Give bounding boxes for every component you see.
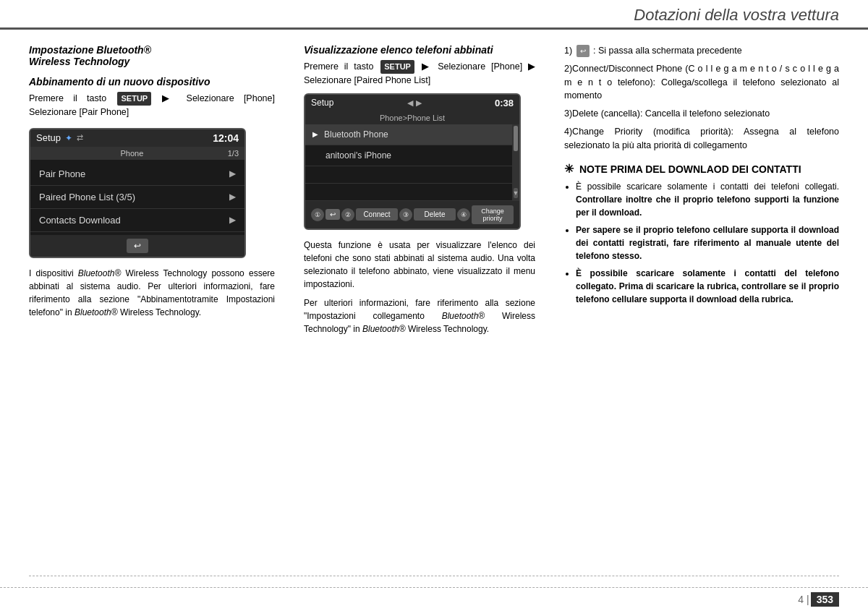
page-num-box: 353	[811, 592, 839, 607]
header-title: Dotazioni della vostra vettura	[634, 6, 839, 25]
mid-setup-badge: SETUP	[380, 60, 414, 74]
scroll-down-btn[interactable]: ▼	[514, 188, 518, 198]
numbered-item-1: 1) ↩ : Si passa alla schermata precedent…	[564, 44, 839, 58]
bullet-item-3: È possibile scaricare solamente i contat…	[576, 267, 839, 306]
mid-main-heading: Visualizzazione elenco telefoni abbinati	[304, 44, 535, 56]
play-icon: ▶	[312, 130, 318, 138]
btn-4-circle: ④	[457, 208, 470, 221]
screen-body: Pair Phone ▶ Paired Phone List (3/5) ▶ C…	[30, 160, 244, 235]
phone-list-wrap: ▶ Bluetooth Phone anitooni's iPhone ▼	[305, 124, 519, 201]
delete-btn[interactable]: Delete	[414, 208, 456, 221]
menu-item-pair-phone[interactable]: Pair Phone ▶	[30, 163, 244, 186]
screen-header: Setup ✦ ⇄ 12:04	[30, 129, 244, 147]
mid-screen-subheader: Phone>Phone List	[305, 111, 519, 124]
sub-heading: Abbinamento di un nuovo dispositivo	[29, 76, 275, 87]
arrow-icon: ▶	[229, 168, 236, 179]
back-key-icon: ↩	[576, 45, 590, 57]
back-button[interactable]: ↩	[127, 239, 148, 253]
btn-1-circle: ①	[311, 208, 324, 221]
mid-screen-time: 0:38	[495, 98, 514, 108]
screen-footer: ↩	[30, 235, 244, 257]
phone-list-empty-2	[305, 184, 512, 201]
mid-body-text-1: Questa funzione è usata per visualizzare…	[304, 239, 535, 291]
screen-subheader: Phone 1/3	[30, 147, 244, 160]
bluetooth-icon: ✦	[65, 133, 72, 143]
phone-list-item-iphone[interactable]: anitooni's iPhone	[305, 145, 512, 166]
numbered-item-4: 4)Change Priority (modifica priorità): A…	[564, 125, 839, 153]
note-section: ✳ NOTE PRIMA DEL DOWNLAOD DEI CONTATTI È…	[564, 162, 839, 306]
mid-column: Visualizzazione elenco telefoni abbinati…	[289, 44, 550, 568]
page-footer: 4 | 353	[0, 587, 868, 611]
footer-divider	[29, 576, 839, 576]
mid-screen-header: Setup ◀ ▶ 0:38	[305, 95, 519, 111]
note-heading: ✳ NOTE PRIMA DEL DOWNLAOD DEI CONTATTI	[564, 162, 839, 176]
info-text: I dispositivi Bluetooth® Wireless Techno…	[29, 267, 275, 319]
numbered-item-2: 2)Connect/Disconnect Phone (C o l l e g …	[564, 62, 839, 103]
phone-list-items: ▶ Bluetooth Phone anitooni's iPhone	[305, 124, 512, 201]
mid-body-text-2: Per ulteriori informazioni, fare riferim…	[304, 296, 535, 336]
right-arrow-icon: ▶	[416, 98, 422, 108]
page-header: Dotazioni della vostra vettura	[0, 0, 868, 30]
star-icon: ✳	[564, 163, 574, 175]
menu-item-paired-list[interactable]: Paired Phone List (3/5) ▶	[30, 186, 244, 209]
scrollbar: ▼	[512, 124, 519, 201]
arrow-icon-3: ▶	[229, 215, 236, 225]
chapter-number: 4	[798, 594, 804, 605]
setup-badge: SETUP	[117, 92, 151, 106]
mid-screen-mockup: Setup ◀ ▶ 0:38 Phone>Phone List ▶ Blueto…	[304, 93, 521, 230]
arrow-icon-2: ▶	[229, 192, 236, 202]
transfer-icon: ⇄	[77, 133, 83, 142]
phone-list-item-bt[interactable]: ▶ Bluetooth Phone	[305, 124, 512, 145]
main-heading: Impostazione Bluetooth® Wireless Technol…	[29, 44, 275, 67]
scrollbar-thumb	[514, 126, 518, 152]
screen-bottom-btns: ① ↩ ② Connect ③ Delete ④ Change priority	[305, 201, 519, 228]
left-column: Impostazione Bluetooth® Wireless Technol…	[29, 44, 289, 568]
screen-title: Setup	[36, 132, 61, 143]
bullet-list: È possibile scaricare solamente i contat…	[564, 180, 839, 306]
screen-time: 12:04	[213, 132, 239, 144]
page-number: 4 | 353	[798, 592, 839, 607]
connect-btn[interactable]: Connect	[356, 208, 398, 221]
numbered-list: 1) ↩ : Si passa alla schermata precedent…	[564, 44, 839, 152]
bullet-item-2: Per sapere se il proprio telefono cellul…	[576, 223, 839, 262]
numbered-item-3: 3)Delete (cancella): Cancella il telefon…	[564, 107, 839, 121]
main-content: Impostazione Bluetooth® Wireless Technol…	[0, 30, 868, 576]
left-arrow-icon: ◀	[407, 98, 413, 108]
phone-list-empty-1	[305, 166, 512, 184]
right-column: 1) ↩ : Si passa alla schermata precedent…	[550, 44, 839, 568]
mid-screen-title: Setup	[311, 98, 333, 108]
change-priority-btn[interactable]: Change priority	[472, 205, 514, 224]
btn-2-circle: ②	[341, 208, 354, 221]
bullet-item-1: È possibile scaricare solamente i contat…	[576, 180, 839, 219]
instruction-pair-phone: Premere il tasto SETUP ▶ Selezionare [Ph…	[29, 92, 275, 119]
menu-item-contacts[interactable]: Contacts Download ▶	[30, 209, 244, 232]
btn-3-circle: ③	[399, 208, 412, 221]
back-icon-btn[interactable]: ↩	[326, 209, 340, 220]
mid-instruction: Premere il tasto SETUP ▶ Selezionare [Ph…	[304, 60, 535, 87]
left-screen-mockup: Setup ✦ ⇄ 12:04 Phone 1/3 Pair Phone ▶ P…	[29, 128, 246, 258]
